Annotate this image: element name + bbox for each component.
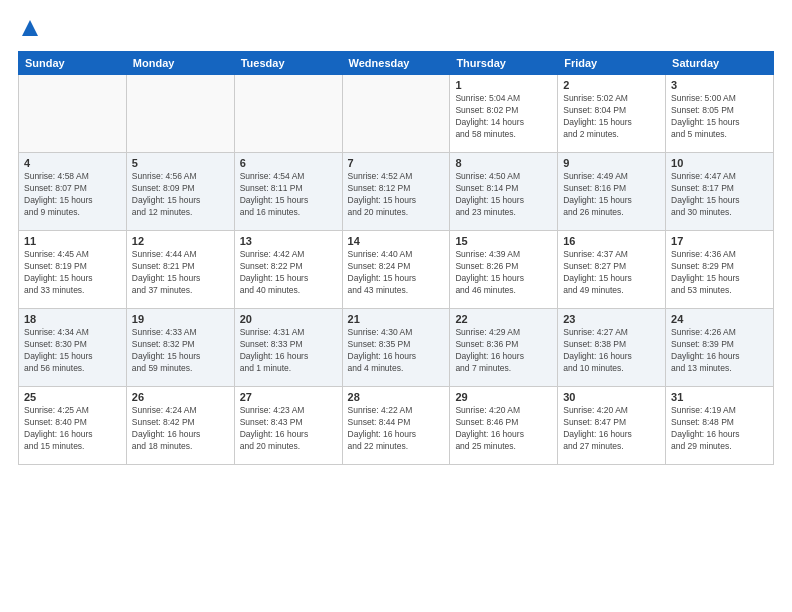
day-info: Sunrise: 4:36 AM Sunset: 8:29 PM Dayligh… — [671, 249, 768, 297]
day-number: 16 — [563, 235, 660, 247]
day-info: Sunrise: 4:44 AM Sunset: 8:21 PM Dayligh… — [132, 249, 229, 297]
calendar-cell: 14Sunrise: 4:40 AM Sunset: 8:24 PM Dayli… — [342, 231, 450, 309]
calendar-cell: 27Sunrise: 4:23 AM Sunset: 8:43 PM Dayli… — [234, 387, 342, 465]
day-number: 22 — [455, 313, 552, 325]
calendar-header-row: SundayMondayTuesdayWednesdayThursdayFrid… — [19, 52, 774, 75]
calendar-cell: 29Sunrise: 4:20 AM Sunset: 8:46 PM Dayli… — [450, 387, 558, 465]
calendar-cell: 8Sunrise: 4:50 AM Sunset: 8:14 PM Daylig… — [450, 153, 558, 231]
day-info: Sunrise: 4:19 AM Sunset: 8:48 PM Dayligh… — [671, 405, 768, 453]
day-number: 9 — [563, 157, 660, 169]
day-number: 11 — [24, 235, 121, 247]
day-info: Sunrise: 4:29 AM Sunset: 8:36 PM Dayligh… — [455, 327, 552, 375]
day-info: Sunrise: 5:00 AM Sunset: 8:05 PM Dayligh… — [671, 93, 768, 141]
calendar-cell: 9Sunrise: 4:49 AM Sunset: 8:16 PM Daylig… — [558, 153, 666, 231]
calendar-cell: 1Sunrise: 5:04 AM Sunset: 8:02 PM Daylig… — [450, 75, 558, 153]
calendar-table: SundayMondayTuesdayWednesdayThursdayFrid… — [18, 51, 774, 465]
calendar-cell: 2Sunrise: 5:02 AM Sunset: 8:04 PM Daylig… — [558, 75, 666, 153]
calendar-cell: 24Sunrise: 4:26 AM Sunset: 8:39 PM Dayli… — [666, 309, 774, 387]
day-number: 15 — [455, 235, 552, 247]
calendar-week-row: 1Sunrise: 5:04 AM Sunset: 8:02 PM Daylig… — [19, 75, 774, 153]
day-number: 24 — [671, 313, 768, 325]
calendar-cell: 10Sunrise: 4:47 AM Sunset: 8:17 PM Dayli… — [666, 153, 774, 231]
calendar-cell — [126, 75, 234, 153]
day-info: Sunrise: 4:39 AM Sunset: 8:26 PM Dayligh… — [455, 249, 552, 297]
calendar-cell: 31Sunrise: 4:19 AM Sunset: 8:48 PM Dayli… — [666, 387, 774, 465]
day-number: 10 — [671, 157, 768, 169]
day-info: Sunrise: 4:37 AM Sunset: 8:27 PM Dayligh… — [563, 249, 660, 297]
calendar-cell: 22Sunrise: 4:29 AM Sunset: 8:36 PM Dayli… — [450, 309, 558, 387]
day-info: Sunrise: 5:04 AM Sunset: 8:02 PM Dayligh… — [455, 93, 552, 141]
day-of-week-friday: Friday — [558, 52, 666, 75]
day-info: Sunrise: 4:58 AM Sunset: 8:07 PM Dayligh… — [24, 171, 121, 219]
day-info: Sunrise: 4:25 AM Sunset: 8:40 PM Dayligh… — [24, 405, 121, 453]
calendar-cell: 12Sunrise: 4:44 AM Sunset: 8:21 PM Dayli… — [126, 231, 234, 309]
day-number: 4 — [24, 157, 121, 169]
calendar-cell: 16Sunrise: 4:37 AM Sunset: 8:27 PM Dayli… — [558, 231, 666, 309]
day-info: Sunrise: 4:27 AM Sunset: 8:38 PM Dayligh… — [563, 327, 660, 375]
day-info: Sunrise: 4:50 AM Sunset: 8:14 PM Dayligh… — [455, 171, 552, 219]
header — [18, 18, 774, 43]
calendar-cell: 21Sunrise: 4:30 AM Sunset: 8:35 PM Dayli… — [342, 309, 450, 387]
calendar-cell: 18Sunrise: 4:34 AM Sunset: 8:30 PM Dayli… — [19, 309, 127, 387]
day-info: Sunrise: 4:31 AM Sunset: 8:33 PM Dayligh… — [240, 327, 337, 375]
day-of-week-tuesday: Tuesday — [234, 52, 342, 75]
day-info: Sunrise: 4:24 AM Sunset: 8:42 PM Dayligh… — [132, 405, 229, 453]
day-number: 28 — [348, 391, 445, 403]
day-info: Sunrise: 4:45 AM Sunset: 8:19 PM Dayligh… — [24, 249, 121, 297]
calendar-cell: 7Sunrise: 4:52 AM Sunset: 8:12 PM Daylig… — [342, 153, 450, 231]
day-number: 13 — [240, 235, 337, 247]
day-number: 6 — [240, 157, 337, 169]
calendar-cell: 20Sunrise: 4:31 AM Sunset: 8:33 PM Dayli… — [234, 309, 342, 387]
day-number: 27 — [240, 391, 337, 403]
calendar-week-row: 4Sunrise: 4:58 AM Sunset: 8:07 PM Daylig… — [19, 153, 774, 231]
day-info: Sunrise: 4:30 AM Sunset: 8:35 PM Dayligh… — [348, 327, 445, 375]
day-info: Sunrise: 5:02 AM Sunset: 8:04 PM Dayligh… — [563, 93, 660, 141]
day-number: 26 — [132, 391, 229, 403]
day-of-week-wednesday: Wednesday — [342, 52, 450, 75]
day-info: Sunrise: 4:40 AM Sunset: 8:24 PM Dayligh… — [348, 249, 445, 297]
calendar-cell — [234, 75, 342, 153]
day-info: Sunrise: 4:54 AM Sunset: 8:11 PM Dayligh… — [240, 171, 337, 219]
day-info: Sunrise: 4:56 AM Sunset: 8:09 PM Dayligh… — [132, 171, 229, 219]
day-number: 19 — [132, 313, 229, 325]
day-info: Sunrise: 4:49 AM Sunset: 8:16 PM Dayligh… — [563, 171, 660, 219]
calendar-cell — [342, 75, 450, 153]
day-of-week-thursday: Thursday — [450, 52, 558, 75]
calendar-cell: 5Sunrise: 4:56 AM Sunset: 8:09 PM Daylig… — [126, 153, 234, 231]
day-info: Sunrise: 4:47 AM Sunset: 8:17 PM Dayligh… — [671, 171, 768, 219]
calendar-cell — [19, 75, 127, 153]
page: SundayMondayTuesdayWednesdayThursdayFrid… — [0, 0, 792, 612]
day-number: 23 — [563, 313, 660, 325]
day-info: Sunrise: 4:52 AM Sunset: 8:12 PM Dayligh… — [348, 171, 445, 219]
day-of-week-saturday: Saturday — [666, 52, 774, 75]
day-of-week-sunday: Sunday — [19, 52, 127, 75]
calendar-cell: 4Sunrise: 4:58 AM Sunset: 8:07 PM Daylig… — [19, 153, 127, 231]
calendar-cell: 13Sunrise: 4:42 AM Sunset: 8:22 PM Dayli… — [234, 231, 342, 309]
calendar-cell: 19Sunrise: 4:33 AM Sunset: 8:32 PM Dayli… — [126, 309, 234, 387]
calendar-cell: 26Sunrise: 4:24 AM Sunset: 8:42 PM Dayli… — [126, 387, 234, 465]
day-info: Sunrise: 4:42 AM Sunset: 8:22 PM Dayligh… — [240, 249, 337, 297]
day-of-week-monday: Monday — [126, 52, 234, 75]
day-number: 20 — [240, 313, 337, 325]
day-info: Sunrise: 4:23 AM Sunset: 8:43 PM Dayligh… — [240, 405, 337, 453]
day-number: 25 — [24, 391, 121, 403]
calendar-cell: 28Sunrise: 4:22 AM Sunset: 8:44 PM Dayli… — [342, 387, 450, 465]
day-info: Sunrise: 4:20 AM Sunset: 8:47 PM Dayligh… — [563, 405, 660, 453]
day-number: 1 — [455, 79, 552, 91]
calendar-cell: 30Sunrise: 4:20 AM Sunset: 8:47 PM Dayli… — [558, 387, 666, 465]
day-number: 18 — [24, 313, 121, 325]
day-number: 31 — [671, 391, 768, 403]
day-number: 14 — [348, 235, 445, 247]
day-number: 8 — [455, 157, 552, 169]
calendar-week-row: 18Sunrise: 4:34 AM Sunset: 8:30 PM Dayli… — [19, 309, 774, 387]
logo-icon — [20, 18, 40, 38]
day-number: 5 — [132, 157, 229, 169]
day-number: 12 — [132, 235, 229, 247]
calendar-cell: 3Sunrise: 5:00 AM Sunset: 8:05 PM Daylig… — [666, 75, 774, 153]
logo — [18, 18, 40, 43]
calendar-week-row: 11Sunrise: 4:45 AM Sunset: 8:19 PM Dayli… — [19, 231, 774, 309]
calendar-cell: 15Sunrise: 4:39 AM Sunset: 8:26 PM Dayli… — [450, 231, 558, 309]
day-number: 29 — [455, 391, 552, 403]
calendar-cell: 23Sunrise: 4:27 AM Sunset: 8:38 PM Dayli… — [558, 309, 666, 387]
day-info: Sunrise: 4:33 AM Sunset: 8:32 PM Dayligh… — [132, 327, 229, 375]
